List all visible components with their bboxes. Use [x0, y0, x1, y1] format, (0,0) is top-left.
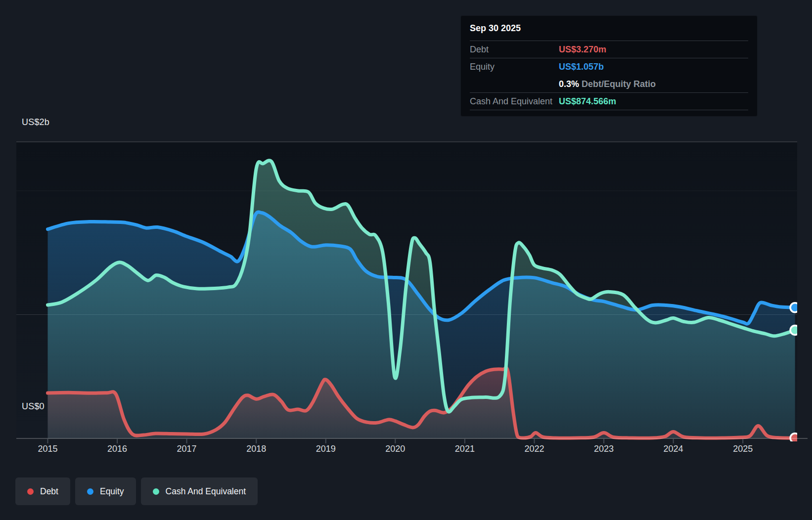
x-axis-label-2024: 2024 [651, 444, 696, 454]
x-axis-label-2020: 2020 [373, 444, 417, 454]
tooltip-cash-label: Cash And Equivalent [470, 96, 559, 107]
legend-item-debt[interactable]: Debt [15, 477, 70, 505]
legend-label: Debt [40, 486, 58, 497]
legend-item-cash-and-equivalent[interactable]: Cash And Equivalent [141, 477, 258, 505]
x-axis-label-2018: 2018 [234, 444, 278, 454]
tooltip-debt-value: US$3.270m [559, 44, 748, 55]
debt-equity-history-chart[interactable]: US$2b US$0 20152016201720182019202020212… [0, 0, 812, 520]
tooltip-ratio-value: 0.3% Debt/Equity Ratio [559, 79, 748, 89]
legend-dot-cash-and-equivalent [153, 488, 159, 495]
chart-legend: DebtEquityCash And Equivalent [15, 477, 258, 505]
x-axis-label-2021: 2021 [443, 444, 487, 454]
end-marker-cash-and-equivalent [790, 325, 800, 335]
tooltip-debt-label: Debt [470, 44, 559, 55]
x-axis-label-2015: 2015 [26, 444, 70, 454]
x-axis-label-2022: 2022 [512, 444, 557, 454]
x-axis-label-2025: 2025 [721, 444, 765, 454]
legend-item-equity[interactable]: Equity [75, 477, 136, 505]
tooltip-cash-value: US$874.566m [559, 96, 748, 107]
legend-label: Equity [100, 486, 124, 497]
y-axis-label-max: US$2b [22, 117, 49, 128]
tooltip-equity-value: US$1.057b [559, 62, 748, 72]
x-axis-label-2017: 2017 [165, 444, 209, 454]
tooltip-date: Sep 30 2025 [470, 16, 748, 41]
y-axis-label-zero: US$0 [22, 401, 45, 412]
legend-label: Cash And Equivalent [166, 486, 246, 497]
tooltip-ratio-text: Debt/Equity Ratio [579, 79, 656, 89]
chart-tooltip: Sep 30 2025 Debt US$3.270m Equity US$1.0… [460, 15, 758, 117]
x-axis-label-2023: 2023 [582, 444, 626, 454]
tooltip-row-equity: Equity US$1.057b [470, 58, 748, 76]
x-axis-label-2016: 2016 [95, 444, 139, 454]
tooltip-row-debt: Debt US$3.270m [470, 41, 748, 58]
tooltip-ratio-percent: 0.3% [559, 79, 579, 89]
end-marker-equity [790, 303, 800, 312]
legend-dot-equity [87, 488, 93, 495]
tooltip-equity-label: Equity [470, 62, 559, 72]
legend-dot-debt [27, 488, 34, 495]
tooltip-row-cash: Cash And Equivalent US$874.566m [470, 93, 748, 110]
x-axis-label-2019: 2019 [304, 444, 348, 454]
tooltip-row-ratio: 0.3% Debt/Equity Ratio [470, 76, 748, 93]
